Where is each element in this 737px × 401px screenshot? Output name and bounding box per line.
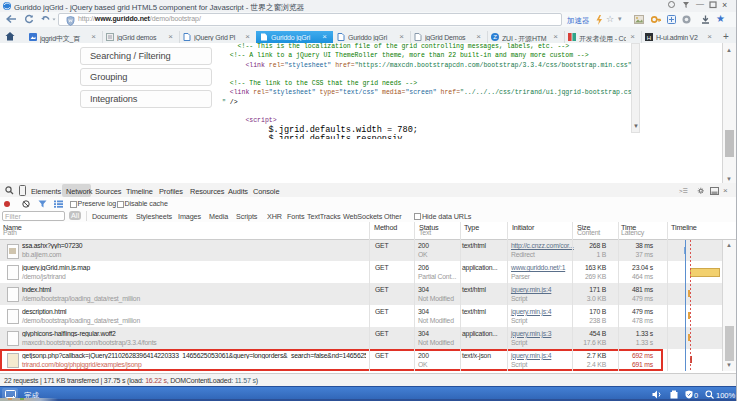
svg-text:Z: Z [493,34,497,40]
svg-text:H: H [647,35,651,41]
